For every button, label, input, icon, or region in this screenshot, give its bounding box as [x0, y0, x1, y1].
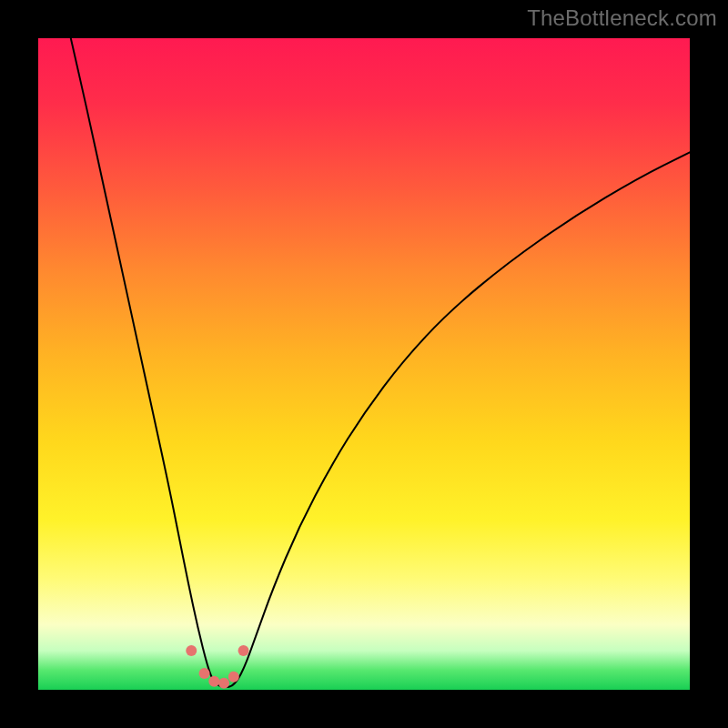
marker-dot-5: [238, 645, 249, 656]
chart-svg: [38, 38, 690, 690]
curve-path: [71, 38, 690, 687]
chart-frame: TheBottleneck.com: [0, 0, 728, 728]
watermark-text: TheBottleneck.com: [527, 5, 717, 31]
marker-dot-1: [199, 668, 210, 679]
chart-curve: [71, 38, 690, 687]
chart-plot-area: [38, 38, 690, 690]
marker-dot-2: [208, 676, 219, 687]
chart-markers: [186, 645, 248, 689]
marker-dot-3: [218, 678, 229, 689]
marker-dot-0: [186, 645, 197, 656]
marker-dot-4: [228, 672, 239, 682]
